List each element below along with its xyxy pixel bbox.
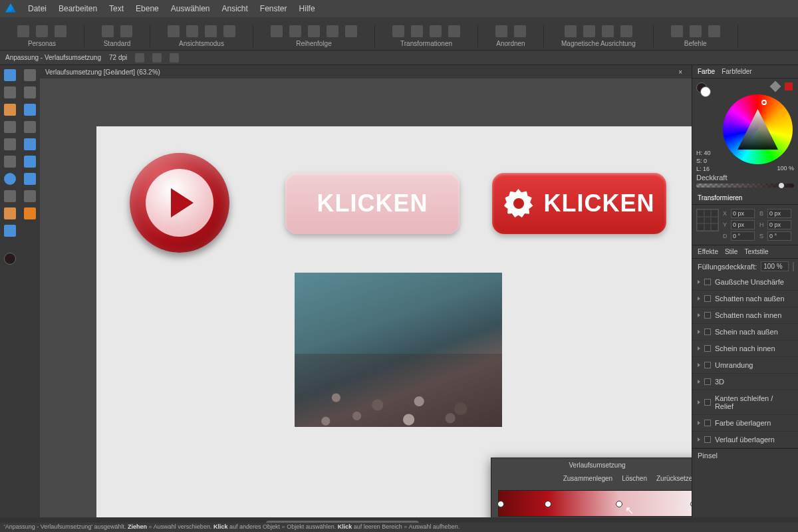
rectangle-tool-icon[interactable] (24, 156, 36, 168)
disclosure-icon[interactable] (698, 346, 700, 350)
move-tool-icon[interactable] (4, 69, 16, 81)
menu-hilfe[interactable]: Hilfe (299, 4, 315, 13)
gradient-stop[interactable] (616, 501, 622, 507)
transparency-tool-icon[interactable] (4, 138, 16, 150)
disclosure-icon[interactable] (698, 330, 700, 334)
toolbar-icon[interactable] (36, 25, 48, 37)
menu-ebene[interactable]: Ebene (136, 4, 159, 13)
toolbar-icon[interactable] (411, 25, 423, 37)
reset-link[interactable]: Zurücksetzen (656, 475, 692, 482)
disclosure-icon[interactable] (698, 400, 700, 404)
menu-bearbeiten[interactable]: Bearbeiten (59, 4, 97, 13)
effect-item[interactable]: Schatten nach außen (692, 291, 798, 307)
gradient-stop[interactable] (545, 501, 551, 507)
toolbar-icon[interactable] (223, 25, 235, 37)
viewport[interactable]: KLICKEN KLICKEN Verlaufsumsetzung × Zusa… (40, 78, 692, 517)
tab-farbfelder[interactable]: Farbfelder (722, 68, 752, 75)
anchor-selector[interactable] (696, 209, 719, 231)
w-input[interactable] (767, 209, 791, 218)
disclosure-icon[interactable] (698, 313, 700, 317)
toolbar-icon[interactable] (430, 25, 442, 37)
disclosure-icon[interactable] (698, 363, 700, 367)
tab-stile[interactable]: Stile (725, 248, 737, 255)
corner-tool-icon[interactable] (24, 86, 36, 98)
menu-text[interactable]: Text (109, 4, 124, 13)
toolbar-icon[interactable] (495, 25, 507, 37)
toolbar-icon[interactable] (602, 25, 614, 37)
effect-item[interactable]: Gaußsche Unschärfe (692, 274, 798, 291)
toolbar-icon[interactable] (205, 25, 217, 37)
effect-item[interactable]: 3D (692, 374, 798, 390)
toolbar-icon[interactable] (271, 25, 283, 37)
rotate-icon[interactable] (170, 53, 179, 63)
fill-opacity-dropdown-icon[interactable] (793, 262, 794, 271)
crosshair-icon[interactable] (135, 53, 144, 63)
toolbar-icon[interactable] (392, 25, 404, 37)
effect-checkbox[interactable] (704, 295, 711, 302)
toolbar-icon[interactable] (327, 25, 338, 37)
effect-checkbox[interactable] (704, 378, 711, 385)
pen-tool-icon[interactable] (4, 207, 16, 219)
toolbar-icon[interactable] (690, 25, 702, 37)
hue-handle-icon[interactable] (761, 100, 767, 105)
place-image-icon[interactable] (24, 138, 36, 150)
effect-checkbox[interactable] (704, 279, 711, 285)
tab-close-icon[interactable]: × (678, 68, 682, 76)
effect-item[interactable]: Kanten schleifen / Relief (692, 390, 798, 415)
effect-checkbox[interactable] (704, 345, 711, 352)
disclosure-icon[interactable] (698, 280, 700, 284)
delete-link[interactable]: Löschen (622, 475, 647, 482)
brush-panel-header[interactable]: Pinsel (692, 448, 798, 462)
menu-datei[interactable]: Datei (28, 4, 47, 13)
effect-item[interactable]: Schein nach außen (692, 324, 798, 340)
toolbar-icon[interactable] (583, 25, 595, 37)
shape-tool-icon[interactable] (4, 173, 16, 185)
tab-farbe[interactable]: Farbe (698, 68, 715, 75)
picked-color-swatch[interactable] (785, 82, 793, 90)
effect-item[interactable]: Farbe überlagern (692, 415, 798, 432)
toolbar-icon[interactable] (565, 25, 577, 37)
effect-checkbox[interactable] (704, 362, 711, 368)
effect-checkbox[interactable] (704, 399, 711, 406)
text-tool-icon[interactable] (4, 190, 16, 202)
disclosure-icon[interactable] (698, 380, 700, 384)
effect-item[interactable]: Schein nach innen (692, 340, 798, 357)
menu-ansicht[interactable]: Ansicht (222, 4, 248, 13)
effect-checkbox[interactable] (704, 312, 711, 319)
unit-icon[interactable] (152, 53, 162, 63)
slider-handle-icon[interactable] (778, 182, 785, 189)
effect-checkbox[interactable] (704, 436, 711, 443)
x-input[interactable] (731, 209, 755, 218)
toolbar-icon[interactable] (186, 25, 198, 37)
toolbar-icon[interactable] (120, 25, 132, 37)
frame-text-icon[interactable] (24, 190, 36, 202)
crop-tool-icon[interactable] (4, 156, 16, 168)
pan-tool-icon[interactable] (24, 207, 36, 219)
effect-checkbox[interactable] (704, 420, 711, 426)
color-chip-icon[interactable] (4, 253, 16, 265)
gradient-bar[interactable]: ↖ (498, 490, 692, 517)
effect-item[interactable]: Verlauf überlagern (692, 432, 798, 448)
artboard-tool-icon[interactable] (24, 69, 36, 81)
gradient-tool-icon[interactable] (24, 121, 36, 133)
y-input[interactable] (731, 220, 755, 229)
toolbar-icon[interactable] (17, 25, 29, 37)
tab-textstile[interactable]: Textstile (744, 248, 768, 255)
gradient-stop[interactable] (497, 501, 504, 507)
toolbar-icon[interactable] (102, 25, 114, 37)
toolbar-icon[interactable] (671, 25, 683, 37)
fill-opacity-input[interactable] (761, 261, 789, 271)
tab-effekte[interactable]: Effekte (698, 248, 718, 255)
toolbar-icon[interactable] (708, 25, 720, 37)
disclosure-icon[interactable] (698, 421, 700, 425)
menu-fenster[interactable]: Fenster (260, 4, 287, 13)
fg-bg-swatch-icon[interactable] (696, 82, 710, 96)
vector-brush-icon[interactable] (24, 104, 36, 116)
opacity-slider[interactable] (696, 184, 794, 188)
disclosure-icon[interactable] (698, 297, 700, 301)
toolbar-icon[interactable] (289, 25, 301, 37)
menu-auswaehlen[interactable]: Auswählen (171, 4, 210, 13)
zoom-tool-icon[interactable] (4, 225, 16, 237)
toolbar-icon[interactable] (345, 25, 357, 37)
ellipse-tool-icon[interactable] (24, 173, 36, 185)
